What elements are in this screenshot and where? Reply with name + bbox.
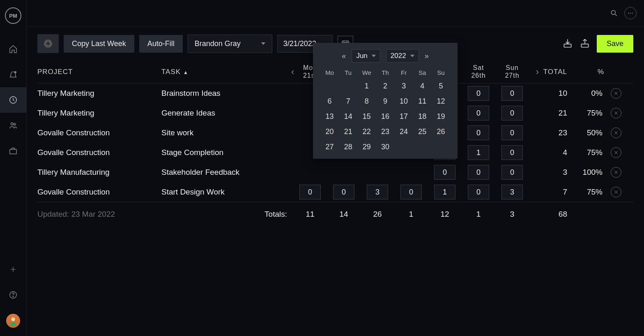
row-percent: 50% (571, 128, 604, 137)
dp-day[interactable]: 25 (413, 124, 432, 139)
dp-day[interactable]: 17 (395, 109, 413, 124)
nav-help[interactable] (0, 282, 27, 308)
dp-day[interactable]: 20 (320, 124, 339, 139)
hour-cell: 0 (496, 86, 529, 101)
dp-year-select[interactable]: 2022 (386, 49, 419, 63)
add-row-button[interactable] (37, 34, 59, 53)
search-button[interactable] (608, 7, 620, 19)
task-cell: Stage Completion (161, 148, 293, 157)
dp-month-select[interactable]: Jun (352, 49, 380, 63)
hour-input[interactable]: 0 (434, 165, 455, 180)
delete-row-button[interactable] (611, 88, 621, 99)
svg-rect-4 (10, 149, 17, 154)
dp-day[interactable]: 18 (413, 109, 432, 124)
delete-row-button[interactable] (611, 187, 621, 197)
hour-input[interactable]: 0 (299, 185, 321, 199)
hour-input[interactable]: 1 (434, 185, 455, 199)
hour-cell: 0 (462, 125, 495, 140)
dp-day[interactable]: 26 (432, 124, 450, 139)
dp-day[interactable]: 11 (413, 94, 432, 109)
auto-fill-button[interactable]: Auto-Fill (139, 35, 183, 53)
project-cell: Tillery Manufacturing (37, 168, 161, 177)
nav-people[interactable] (0, 113, 27, 138)
dp-day[interactable]: 2 (376, 79, 394, 94)
delete-row-button[interactable] (611, 167, 621, 178)
hour-input[interactable]: 1 (468, 145, 489, 160)
copy-last-week-button[interactable]: Copy Last Week (64, 35, 134, 53)
delete-row-button[interactable] (611, 147, 621, 158)
row-percent: 100% (571, 168, 604, 177)
nav-timesheet[interactable] (0, 87, 27, 113)
hour-input[interactable]: 0 (468, 185, 489, 199)
dp-day[interactable]: 22 (357, 124, 376, 139)
dp-next-year[interactable]: » (425, 52, 429, 60)
hour-input[interactable]: 0 (468, 86, 489, 101)
hour-input[interactable]: 0 (501, 165, 523, 180)
nav-portfolio[interactable] (0, 138, 27, 164)
save-button[interactable]: Save (597, 35, 633, 53)
hour-input[interactable]: 3 (501, 185, 523, 199)
dp-day[interactable]: 29 (357, 139, 376, 155)
project-cell: Govalle Construction (37, 128, 161, 137)
x-icon (614, 190, 619, 195)
hour-input[interactable]: 0 (501, 86, 523, 101)
more-icon (627, 10, 634, 16)
hour-input[interactable]: 0 (501, 145, 523, 160)
dp-day[interactable]: 30 (376, 139, 394, 155)
dp-day[interactable]: 15 (357, 109, 376, 124)
dp-day[interactable]: 3 (395, 79, 413, 94)
dp-day[interactable]: 8 (357, 94, 376, 109)
hour-input[interactable]: 3 (367, 185, 388, 199)
delete-row-button[interactable] (611, 127, 621, 138)
x-icon (614, 111, 619, 116)
dp-prev-year[interactable]: « (342, 52, 346, 60)
col-project[interactable]: PROJECT (37, 68, 161, 76)
dp-day[interactable]: 6 (320, 94, 339, 109)
dp-day[interactable]: 14 (339, 109, 357, 124)
dp-day[interactable]: 10 (395, 94, 413, 109)
delete-row-button[interactable] (611, 108, 621, 118)
row-percent: 0% (571, 89, 604, 98)
dp-day[interactable]: 21 (339, 124, 357, 139)
dp-day[interactable]: 16 (376, 109, 394, 124)
import-icon (562, 38, 573, 49)
dp-day[interactable]: 13 (320, 109, 339, 124)
dp-day[interactable]: 19 (432, 109, 450, 124)
svg-point-9 (628, 13, 629, 14)
dp-day[interactable]: 5 (432, 79, 450, 94)
import-button[interactable] (562, 38, 574, 49)
next-week-button[interactable]: › (536, 67, 539, 77)
datepicker: « Jun 2022 » MoTuWeThFrSaSu1234567891011… (313, 43, 458, 159)
hour-input[interactable]: 0 (468, 125, 489, 140)
nav-add[interactable] (0, 257, 27, 282)
dp-day (413, 139, 432, 155)
dp-day[interactable]: 4 (413, 79, 432, 94)
hour-input[interactable]: 0 (501, 125, 523, 140)
hour-input[interactable]: 0 (501, 106, 523, 120)
more-button[interactable] (624, 7, 637, 19)
prev-week-button[interactable]: ‹ (291, 67, 294, 77)
dp-day[interactable]: 28 (339, 139, 357, 155)
dp-day[interactable]: 7 (339, 94, 357, 109)
col-task[interactable]: TASK ▲ (161, 68, 293, 76)
dp-day[interactable]: 9 (376, 94, 394, 109)
dp-day[interactable]: 23 (376, 124, 394, 139)
dp-day[interactable]: 1 (357, 79, 376, 94)
nav-notifications[interactable] (0, 62, 27, 87)
dp-day[interactable]: 27 (320, 139, 339, 155)
dp-day[interactable]: 24 (395, 124, 413, 139)
user-avatar[interactable] (6, 314, 20, 328)
user-select[interactable]: Brandon Gray (188, 35, 272, 53)
project-cell: Govalle Construction (37, 188, 161, 197)
dp-day[interactable]: 12 (432, 94, 450, 109)
dp-day-header: Fr (395, 67, 413, 79)
app-logo[interactable]: PM (5, 7, 21, 24)
export-button[interactable] (580, 38, 591, 49)
hour-input[interactable]: 0 (468, 106, 489, 120)
hour-input[interactable]: 0 (400, 185, 422, 199)
svg-point-7 (11, 317, 15, 321)
hour-input[interactable]: 0 (468, 165, 489, 180)
hour-input[interactable]: 0 (333, 185, 354, 199)
nav-home[interactable] (0, 36, 27, 62)
project-cell: Govalle Construction (37, 148, 161, 157)
